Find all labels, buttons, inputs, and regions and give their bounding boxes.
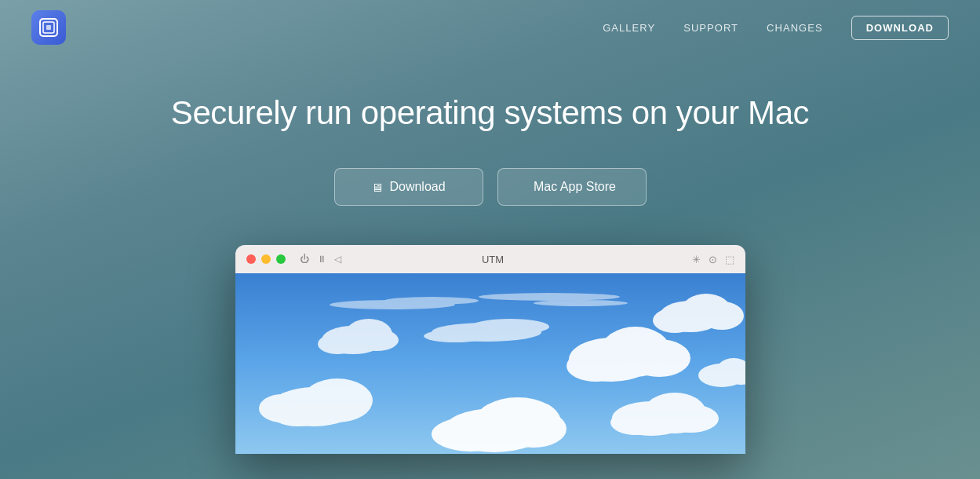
svg-point-29	[610, 410, 661, 435]
app-logo[interactable]	[31, 10, 66, 45]
svg-point-6	[628, 339, 690, 377]
app-window: ⏻ ⏸ ◁ UTM ✳ ⊙ ⬚	[235, 245, 745, 454]
traffic-lights	[246, 254, 286, 264]
svg-point-32	[432, 417, 510, 452]
folder-icon[interactable]: ⬚	[725, 254, 734, 265]
window-title: UTM	[294, 254, 692, 265]
titlebar-right-icons: ✳ ⊙ ⬚	[692, 254, 734, 265]
download-icon: 🖥	[371, 181, 383, 194]
mac-app-store-label: Mac App Store	[534, 180, 616, 194]
svg-point-35	[384, 297, 479, 305]
network-icon[interactable]: ⊙	[709, 254, 717, 265]
svg-point-28	[662, 404, 719, 433]
svg-point-20	[355, 329, 399, 351]
window-titlebar: ⏻ ⏸ ◁ UTM ✳ ⊙ ⬚	[235, 245, 745, 273]
svg-point-37	[534, 300, 628, 306]
nav-support[interactable]: SUPPORT	[683, 22, 738, 34]
svg-point-11	[653, 308, 697, 333]
settings-icon[interactable]: ✳	[692, 254, 701, 265]
hero-section: Securely run operating systems on your M…	[0, 55, 980, 454]
svg-point-10	[700, 302, 744, 330]
svg-point-7	[567, 350, 626, 382]
close-button[interactable]	[246, 254, 256, 264]
maximize-button[interactable]	[276, 254, 286, 264]
navbar: GALLERY SUPPORT CHANGES DOWNLOAD	[0, 0, 980, 55]
nav-download-button[interactable]: DOWNLOAD	[851, 16, 949, 40]
app-window-wrapper: ⏻ ⏸ ◁ UTM ✳ ⊙ ⬚	[235, 245, 745, 454]
svg-point-33	[501, 410, 567, 448]
hero-buttons: 🖥 Download Mac App Store	[334, 168, 647, 206]
nav-gallery[interactable]: GALLERY	[603, 22, 655, 34]
nav-changes[interactable]: CHANGES	[767, 22, 823, 34]
download-label: Download	[389, 180, 445, 194]
mac-app-store-button[interactable]: Mac App Store	[497, 168, 647, 206]
download-button[interactable]: 🖥 Download	[334, 168, 483, 206]
svg-point-36	[479, 293, 620, 301]
svg-point-25	[259, 394, 306, 422]
hero-title: Securely run operating systems on your M…	[171, 94, 809, 132]
svg-point-17	[424, 330, 486, 342]
window-content	[235, 273, 745, 454]
svg-point-21	[318, 334, 357, 354]
svg-point-16	[471, 319, 549, 335]
minimize-button[interactable]	[261, 254, 271, 264]
svg-rect-2	[46, 25, 51, 30]
nav-links: GALLERY SUPPORT CHANGES DOWNLOAD	[603, 16, 949, 40]
